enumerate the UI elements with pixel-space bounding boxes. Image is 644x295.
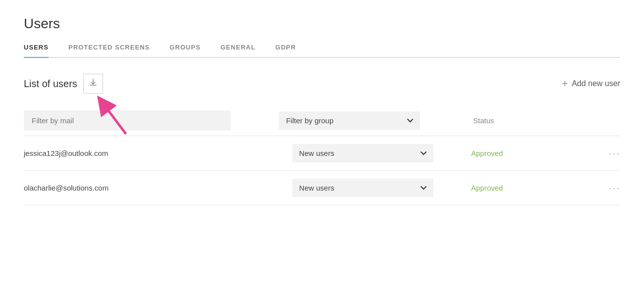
plus-icon: + — [562, 78, 568, 90]
filter-group-select[interactable]: Filter by group New users — [279, 111, 420, 130]
tab-protected-screens[interactable]: PROTECTED SCREENS — [68, 44, 150, 57]
user-actions-2[interactable]: ··· — [609, 182, 620, 193]
page-title: Users — [24, 16, 620, 32]
table-wrapper: Filter by group New users Status jessica… — [24, 105, 620, 205]
list-header-left: List of users — [24, 74, 103, 94]
list-header: List of users — [24, 74, 620, 94]
filter-mail-input[interactable] — [24, 110, 231, 131]
user-status-2: Approved — [471, 184, 503, 192]
tab-groups[interactable]: GROUPS — [169, 44, 201, 57]
tab-gdpr[interactable]: GDPR — [275, 44, 296, 57]
user-status-1: Approved — [471, 149, 503, 157]
filters-row: Filter by group New users Status — [24, 105, 620, 136]
status-header: Status — [473, 116, 571, 125]
user-actions-1[interactable]: ··· — [609, 148, 620, 158]
tabs-container: USERS PROTECTED SCREENS GROUPS GENERAL G… — [24, 44, 620, 58]
user-group-select-1[interactable]: New users — [292, 144, 433, 162]
annotation-container — [83, 74, 103, 94]
add-new-user-button[interactable]: + Add new user — [562, 78, 620, 90]
tab-users[interactable]: USERS — [24, 44, 49, 57]
tab-general[interactable]: GENERAL — [220, 44, 256, 57]
user-group-select-2[interactable]: New users — [292, 179, 433, 197]
list-of-users-title: List of users — [24, 78, 77, 90]
user-email-2: olacharlie@solutions.com — [24, 184, 292, 192]
table-row: olacharlie@solutions.com New users Appro… — [24, 171, 620, 205]
download-button[interactable] — [83, 74, 103, 94]
download-icon — [89, 78, 98, 89]
user-email-1: jessica123j@outlook.com — [24, 149, 292, 157]
table-row: jessica123j@outlook.com New users Approv… — [24, 136, 620, 171]
add-new-user-label: Add new user — [572, 79, 620, 88]
